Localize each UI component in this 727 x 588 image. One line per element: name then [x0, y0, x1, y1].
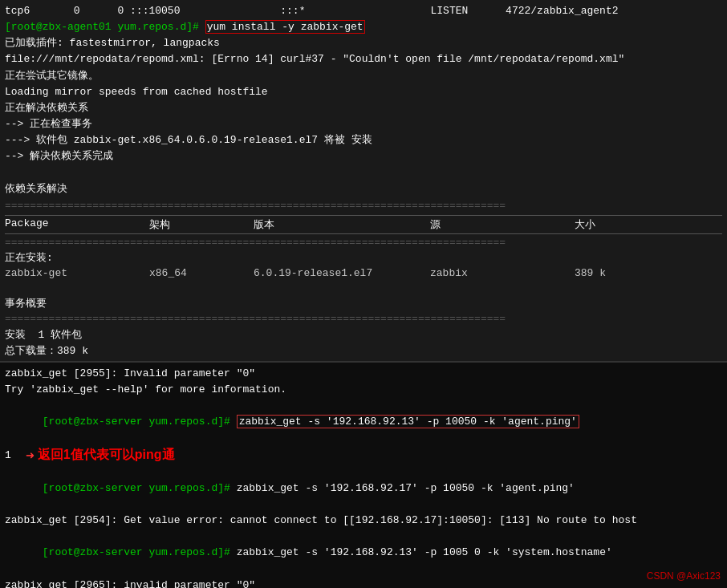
line-resolve: 正在解决依赖关系 — [5, 100, 722, 116]
line-zbx-cmd3: [root@zbx-server yum.repos.d]# zabbix_ge… — [5, 529, 722, 577]
line-help1: Try 'zabbix_get --help' for more informa… — [5, 382, 722, 398]
pkg-size: 389 k — [575, 267, 639, 279]
line-check: --> 正在检查事务 — [5, 116, 722, 132]
line-blank2 — [5, 280, 722, 296]
result-line-1: 1 ➜ 返回1值代表可以ping通 — [5, 447, 722, 464]
line-invalid-param2: zabbix_get [2965]: invalid parameter "0" — [5, 578, 722, 588]
line-dep-resolved: 依赖关系解决 — [5, 181, 722, 197]
col-source-header: 源 — [430, 217, 575, 232]
line-zbx-cmd1: [root@zbx-server yum.repos.d]# zabbix_ge… — [5, 398, 722, 446]
top-section: tcp6 0 0 :::10050 :::* LISTEN 4722/zabbi… — [0, 0, 727, 199]
csdn-tag: CSDN @Axic123 — [647, 570, 721, 582]
col-arch-header: 架构 — [149, 217, 254, 232]
col-size-header: 大小 — [575, 217, 639, 232]
col-version-header: 版本 — [254, 217, 430, 232]
ping-result: 1 — [5, 448, 21, 464]
line-loaded: 已加载插件: fastestmirror, langpacks — [5, 35, 722, 51]
size-info: 总下载量：389 k — [5, 343, 722, 359]
bottom-section: zabbix_get [2955]: Invalid parameter "0"… — [0, 361, 727, 588]
table-header: Package 架构 版本 源 大小 — [5, 215, 722, 234]
line-invalid-param: zabbix_get [2955]: Invalid parameter "0" — [5, 366, 722, 382]
terminal: tcp6 0 0 :::10050 :::* LISTEN 4722/zabbi… — [0, 0, 727, 588]
install-summary: 安装 1 软件包 — [5, 327, 722, 343]
col-package-header: Package — [5, 217, 149, 232]
separator3: ========================================… — [5, 312, 722, 326]
pkg-name: zabbix-get — [5, 267, 149, 279]
line-try-mirror: 正在尝试其它镜像。 — [5, 68, 722, 84]
pkg-source: zabbix — [430, 267, 575, 279]
line-zbx-cmd2: [root@zbx-server yum.repos.d]# zabbix_ge… — [5, 464, 722, 513]
pkg-version: 6.0.19-release1.el7 — [254, 267, 430, 279]
line-blank1 — [5, 164, 722, 180]
table-section: ========================================… — [0, 199, 727, 359]
line-no-route: zabbix_get [2954]: Get value error: cann… — [5, 513, 722, 529]
pkg-arch: x86_64 — [149, 267, 254, 279]
line-tcp6: tcp6 0 0 :::10050 :::* LISTEN 4722/zabbi… — [5, 3, 722, 19]
line-resolve-done: --> 解决依赖关系完成 — [5, 148, 722, 164]
line-loading: Loading mirror speeds from cached hostfi… — [5, 84, 722, 100]
separator1: ========================================… — [5, 199, 722, 213]
line-file-err: file:///mnt/repodata/repomd.xml: [Errno … — [5, 51, 722, 67]
install-label: 正在安装: — [5, 250, 722, 266]
arrow-right-icon: ➜ — [26, 447, 35, 464]
annotation-ping: 返回1值代表可以ping通 — [38, 447, 175, 464]
separator2: ========================================… — [5, 236, 722, 250]
summary-label: 事务概要 — [5, 296, 722, 312]
line-install-cmd: [root@zbx-agent01 yum.repos.d]# yum inst… — [5, 19, 722, 35]
line-pkg: ---> 软件包 zabbix-get.x86_64.0.6.0.19-rele… — [5, 132, 722, 148]
table-row: zabbix-get x86_64 6.0.19-release1.el7 za… — [5, 266, 722, 280]
